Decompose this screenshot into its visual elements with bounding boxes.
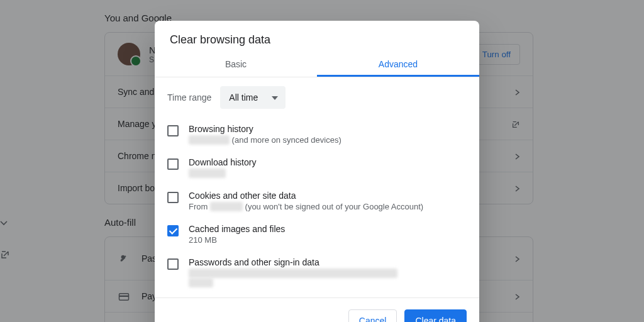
checkbox[interactable] (167, 158, 179, 170)
tab-advanced[interactable]: Advanced (317, 52, 479, 77)
checkbox[interactable] (167, 225, 179, 236)
option-subtitle: xxxxxxxxx (189, 169, 256, 178)
checkbox[interactable] (167, 125, 179, 136)
option-passwords[interactable]: Passwords and other sign-in data xxxxxxx… (155, 251, 479, 294)
option-browsing-history[interactable]: Browsing history xxxxxxxxxx (and more on… (155, 118, 479, 151)
option-subtitle: xxxxxxxxxx (and more on synced devices) (189, 135, 341, 145)
dialog-tabs: Basic Advanced (155, 52, 479, 77)
option-subtitle: xxxxxxxxxxxxxxxxxxxxxxxxxxxxxxxxxxxxxxxx… (189, 269, 397, 287)
option-title: Download history (189, 157, 256, 167)
option-download-history[interactable]: Download history xxxxxxxxx (155, 151, 479, 184)
checkbox[interactable] (167, 192, 179, 203)
option-title: Cached images and files (189, 224, 285, 234)
option-cached-images[interactable]: Cached images and files 210 MB (155, 218, 479, 251)
option-title: Cookies and other site data (189, 191, 423, 201)
checkbox[interactable] (167, 258, 179, 270)
option-title: Browsing history (189, 124, 341, 134)
option-title: Passwords and other sign-in data (189, 257, 397, 267)
dialog-title: Clear browsing data (155, 21, 479, 52)
tab-basic[interactable]: Basic (155, 52, 317, 77)
time-range-select[interactable]: All time (220, 86, 286, 109)
clear-browsing-data-dialog: Clear browsing data Basic Advanced Time … (155, 21, 479, 322)
time-range-label: Time range (167, 92, 211, 103)
cancel-button[interactable]: Cancel (348, 309, 397, 322)
clear-data-button[interactable]: Clear data (404, 309, 467, 322)
option-cookies[interactable]: Cookies and other site data From xxxxxxx… (155, 184, 479, 218)
option-subtitle: From xxxxxxxx (you won't be signed out o… (189, 202, 423, 211)
option-subtitle: 210 MB (189, 235, 285, 245)
